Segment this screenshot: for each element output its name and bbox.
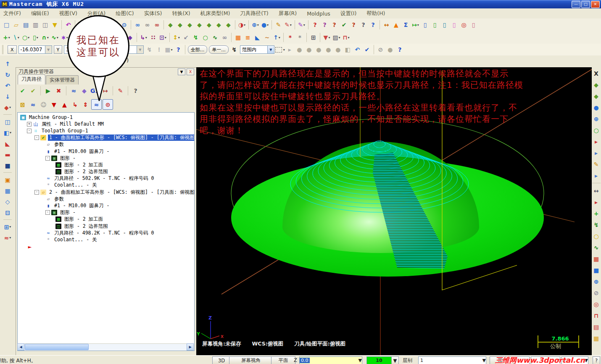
operations-tree[interactable]: ▣Machine Group-1+山属性 - Mill Default MM-∷… [17, 112, 195, 351]
scroll-left-icon[interactable]: ◀ [17, 343, 24, 351]
menu-item-7[interactable]: 机床类型(M) [200, 10, 230, 17]
shrink-arrow-button[interactable]: ↙ [181, 33, 191, 42]
tree-row[interactable]: ≈刀具路径 - 498.2K - T.NC - 程序号码 0 [18, 229, 193, 236]
apply-lightning-button[interactable]: ↯ [145, 45, 154, 55]
export-ops-button[interactable]: ↦ [411, 20, 420, 30]
tree-row[interactable]: *Coolant... - 关 [18, 182, 193, 189]
gold-grid-button[interactable]: ▦ [591, 333, 601, 343]
solid-shell-button[interactable]: ◫ [3, 117, 13, 127]
edit-multi-button[interactable]: ✎ [283, 20, 293, 30]
coord-help-button[interactable]: ? [174, 45, 183, 55]
select-oct-1-button[interactable]: ● [295, 45, 304, 55]
color-dropdown-icon[interactable]: ▼ [391, 356, 399, 364]
sketch-curve-button[interactable]: ∿ [591, 243, 601, 252]
create-spline-button[interactable]: ∿ [50, 33, 60, 42]
analyze-position-button[interactable]: ? [310, 20, 320, 30]
lock-button[interactable]: ⊠ [18, 100, 27, 109]
toolpath-play-button[interactable]: ▶ [43, 86, 53, 95]
solid-boolean-button[interactable]: ◧ [3, 128, 13, 137]
minimize-button[interactable]: — [572, 1, 580, 8]
scrollbar-thumb[interactable] [25, 344, 89, 350]
select-all-button[interactable]: 全部... [188, 45, 208, 54]
wireframe-display-button[interactable]: ⊕ [250, 20, 260, 30]
quick-draw-button[interactable]: ↯ [591, 220, 601, 229]
prohibit-tool-button[interactable]: ⊘ [591, 288, 601, 298]
solid-history-button[interactable]: ⊟ [3, 208, 13, 217]
copy-screen-button[interactable]: ⊡ [158, 33, 168, 42]
tree-row[interactable]: ◫图形 - 2 边界范围 [18, 223, 193, 229]
grid-params-button[interactable]: ≡ [243, 33, 253, 42]
level-select[interactable]: 1 ▼ [418, 356, 486, 364]
solid-trim-button[interactable]: ◣ [3, 139, 13, 148]
chevron-down-icon[interactable]: ▼ [45, 46, 52, 53]
view-orient-button[interactable]: ◑ [237, 20, 247, 30]
flag-analyze-4-button[interactable]: ▸ [591, 197, 601, 207]
tree-row[interactable]: -▱2 - 曲面粗加工等高外形 - [WCS: 俯视图] - [刀具面: 俯视图… [18, 189, 193, 195]
chain-links-button[interactable]: ∞ [220, 33, 229, 42]
gview-back-button[interactable]: ◆ [185, 20, 195, 30]
tree-expander[interactable]: - [45, 156, 50, 161]
shaded-sphere-button[interactable]: ● [591, 103, 601, 112]
solid-fillet-button[interactable]: ◆ [3, 103, 13, 112]
flag-analyze-2-button[interactable]: ▸ [591, 148, 601, 158]
select-single-button[interactable]: 单一... [209, 45, 229, 54]
tree-horizontal-scrollbar[interactable]: ◀ ▶ [17, 343, 194, 350]
color-swatch[interactable]: 10 [366, 356, 392, 364]
solid-draft-button[interactable]: ▣ [3, 175, 13, 185]
repaint-button[interactable]: ∞ [142, 20, 152, 30]
analyze-distance-button[interactable]: ? [320, 20, 329, 30]
solid-primitives-button[interactable]: ■ [3, 161, 13, 170]
red-grid-button[interactable]: ▦ [591, 254, 601, 264]
menu-item-6[interactable]: 转换(X) [172, 10, 190, 17]
edit-entity-button[interactable]: ✎ [274, 20, 283, 30]
save-file-button[interactable]: ▤ [21, 20, 31, 30]
tree-row[interactable]: ▦图形 - 2 加工面 [18, 161, 193, 168]
red-book-button[interactable]: ▤ [591, 322, 601, 332]
tree-row[interactable]: ▱参数 [18, 195, 193, 202]
solids-tool-5-button[interactable]: ◎ [459, 20, 469, 30]
tree-row[interactable]: -▣图形 - [18, 209, 193, 216]
import-export-button[interactable]: ↳ [139, 33, 148, 42]
print-button[interactable]: ▥ [31, 20, 40, 30]
tree-expander[interactable]: + [27, 122, 32, 127]
menu-item-0[interactable]: 文件(F) [3, 10, 21, 17]
chevron-down-icon[interactable]: ▼ [267, 46, 274, 53]
select-oct-5-button[interactable]: ● [333, 45, 343, 55]
note-dims-button[interactable]: X [591, 69, 601, 78]
3d-toggle-button[interactable]: 3D [212, 356, 231, 364]
chevron-down-icon[interactable]: ▼ [482, 358, 486, 363]
gview-left-button[interactable]: ◆ [214, 20, 224, 30]
select-last-button[interactable]: ■ [164, 45, 174, 55]
gview-cyl-iso-button[interactable]: ◆ [591, 91, 601, 101]
tree-row[interactable]: ▱参数 [18, 141, 193, 148]
wire-globe-button[interactable]: ⊕ [591, 114, 601, 124]
regenerate-button[interactable]: ∞ [152, 20, 162, 30]
chevron-down-icon[interactable]: ▼ [137, 46, 143, 53]
tree-row[interactable]: +山属性 - Mill Default MM [18, 121, 193, 127]
fit-screen-button[interactable]: ∞ [133, 20, 142, 30]
stat-sum-button[interactable]: Σ [401, 20, 411, 30]
screen-view-button[interactable]: 屏幕视角 [229, 356, 273, 364]
move-up-button[interactable]: ▲ [60, 100, 69, 109]
menu-item-9[interactable]: 屏幕(R) [279, 10, 297, 17]
quick-point-button[interactable]: ↯ [191, 33, 200, 42]
stat-volume-button[interactable]: ▲ [391, 20, 401, 30]
tree-row[interactable]: ◫图形 - 2 边界范围 [18, 169, 193, 175]
menu-item-11[interactable]: 设置(I) [340, 10, 356, 17]
manager-close-button[interactable]: X [187, 69, 194, 75]
hatch-button[interactable]: ▨ [332, 33, 341, 42]
solid-sweep-button[interactable]: ↶ [3, 81, 13, 90]
tree-row[interactable]: ▣Machine Group-1 [18, 114, 193, 121]
manager-help-button[interactable]: ? [131, 86, 140, 95]
gview-cyl-top-button[interactable]: ◆ [591, 80, 601, 90]
x-coord-button[interactable]: X [8, 45, 17, 54]
range-select[interactable]: 范围内 ▼ [240, 45, 274, 54]
tree-expander[interactable]: - [34, 135, 39, 140]
analyze-check-button[interactable]: ✔ [339, 20, 349, 30]
tab-toolpaths[interactable]: 刀具路径 [18, 74, 45, 84]
tree-expander[interactable]: - [45, 210, 50, 215]
tree-expander[interactable]: - [27, 129, 32, 133]
tree-row[interactable]: *Coolant... - 关 [18, 236, 193, 243]
tree-row[interactable]: ▮#1 - M10.00 圆鼻刀 - [18, 148, 193, 155]
screen-grid-button[interactable]: ∷ [148, 33, 158, 42]
